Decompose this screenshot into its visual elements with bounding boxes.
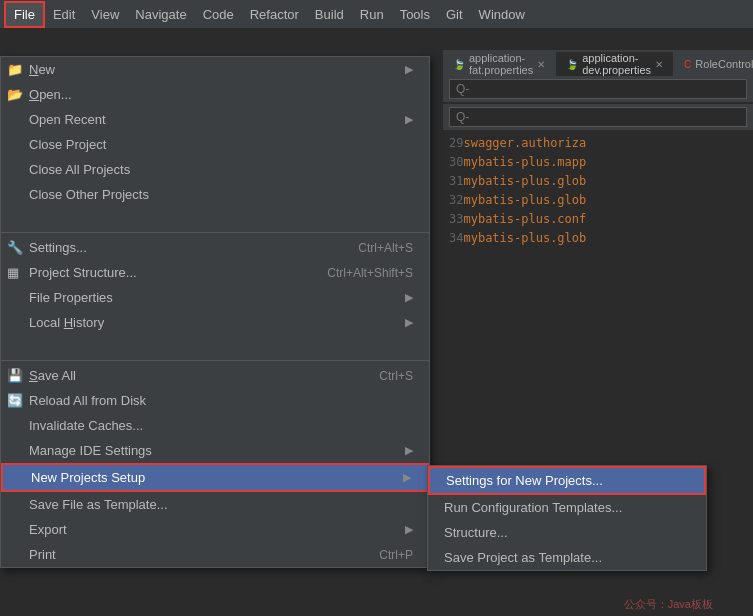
submenu-item-save-project-template[interactable]: Save Project as Template... [428,545,706,570]
menu-edit[interactable]: Edit [45,3,83,26]
tab-application-dev[interactable]: 🍃 application-dev.properties ✕ [556,52,673,76]
wrench-icon: 🔧 [7,240,23,255]
submenu-save-project-label: Save Project as Template... [444,550,602,565]
menu-item-local-history-label: Local History [29,315,104,330]
menu-item-project-structure[interactable]: ▦ Project Structure... Ctrl+Alt+Shift+S [1,260,429,285]
menu-refactor[interactable]: Refactor [242,3,307,26]
search-input-1[interactable] [449,79,747,99]
menu-item-invalidate-label: Invalidate Caches... [29,418,143,433]
grid-icon: ▦ [7,265,19,280]
menu-item-invalidate[interactable]: Invalidate Caches... [1,413,429,438]
menu-item-print-label: Print [29,547,56,562]
menu-item-export[interactable]: Export ▶ [1,517,429,542]
menu-file[interactable]: File [4,1,45,28]
tab-application-fat[interactable]: 🍃 application-fat.properties ✕ [443,52,555,76]
menu-item-new-projects-setup-label: New Projects Setup [31,470,145,485]
menu-item-print[interactable]: Print Ctrl+P [1,542,429,567]
menu-run[interactable]: Run [352,3,392,26]
menu-item-save-template-label: Save File as Template... [29,497,168,512]
right-code-content: swagger.authoriza mybatis-plus.mapp myba… [463,134,586,248]
menu-item-close-all-label: Close All Projects [29,162,130,177]
menu-item-settings[interactable]: 🔧 Settings... Ctrl+Alt+S [1,235,429,260]
right-line-numbers: 293031323334 [445,134,463,248]
folder-open-icon: 📂 [7,87,23,102]
menu-item-open-recent[interactable]: Open Recent ▶ [1,107,429,132]
menu-item-new-projects-setup[interactable]: New Projects Setup ▶ Settings for New Pr… [1,463,429,492]
tab-role-label: RoleControllerActivator.java [695,58,753,70]
menu-tools[interactable]: Tools [392,3,438,26]
separator-1 [1,209,429,233]
submenu-structure-label: Structure... [444,525,508,540]
submenu-settings-label: Settings for New Projects... [446,473,603,488]
menu-item-save-all-label: Save All [29,368,76,383]
submenu-run-config-label: Run Configuration Templates... [444,500,622,515]
menu-item-save-template[interactable]: Save File as Template... [1,492,429,517]
menu-item-file-properties-label: File Properties [29,290,113,305]
menu-item-close-project[interactable]: Close Project [1,132,429,157]
menu-item-export-label: Export [29,522,67,537]
menu-item-close-project-label: Close Project [29,137,106,152]
spring-icon-dev: 🍃 [566,59,578,70]
submenu-item-structure[interactable]: Structure... [428,520,706,545]
search-bar-1 [443,76,753,102]
menu-item-open[interactable]: 📂 Open... [1,82,429,107]
menu-item-settings-label: Settings... [29,240,87,255]
menu-code[interactable]: Code [195,3,242,26]
menu-item-new-label: New [29,62,55,77]
menu-item-manage-ide-label: Manage IDE Settings [29,443,152,458]
menu-item-close-other[interactable]: Close Other Projects [1,182,429,207]
menu-item-close-all[interactable]: Close All Projects [1,157,429,182]
menu-item-close-other-label: Close Other Projects [29,187,149,202]
file-dropdown-menu: 📁 New ▶ 📂 Open... Open Recent ▶ Close Pr… [0,56,430,568]
close-dev-tab-icon[interactable]: ✕ [655,59,663,70]
main-content: 293031323334 swagger.authoriza mybatis-p… [0,28,753,588]
submenu-item-run-config[interactable]: Run Configuration Templates... [428,495,706,520]
folder-icon: 📁 [7,62,23,77]
menu-item-manage-ide[interactable]: Manage IDE Settings ▶ [1,438,429,463]
tab-fat-label: application-fat.properties [469,52,533,76]
menubar: File Edit View Navigate Code Refactor Bu… [0,0,753,28]
tab-role-controller[interactable]: C RoleControllerActivator.java ✕ [674,52,753,76]
menu-navigate[interactable]: Navigate [127,3,194,26]
menu-item-save-all[interactable]: 💾 Save All Ctrl+S [1,363,429,388]
tab-dev-label: application-dev.properties [582,52,651,76]
watermark: 公众号：Java板板 [624,597,713,612]
reload-icon: 🔄 [7,393,23,408]
menu-item-reload-label: Reload All from Disk [29,393,146,408]
menu-item-reload[interactable]: 🔄 Reload All from Disk [1,388,429,413]
menu-item-file-properties[interactable]: File Properties ▶ [1,285,429,310]
save-icon: 💾 [7,368,23,383]
close-fat-tab-icon[interactable]: ✕ [537,59,545,70]
menu-item-project-structure-label: Project Structure... [29,265,137,280]
menu-item-open-label: Open... [29,87,72,102]
search-bar-2 [443,104,753,130]
menu-git[interactable]: Git [438,3,471,26]
separator-2 [1,337,429,361]
java-circle-icon: C [684,59,691,70]
submenu-item-settings-new-projects[interactable]: Settings for New Projects... [428,466,706,495]
spring-icon-fat: 🍃 [453,59,465,70]
menu-item-local-history[interactable]: Local History ▶ [1,310,429,335]
submenu-new-projects: Settings for New Projects... Run Configu… [427,465,707,571]
menu-build[interactable]: Build [307,3,352,26]
menu-item-new[interactable]: 📁 New ▶ [1,57,429,82]
menu-view[interactable]: View [83,3,127,26]
menu-item-open-recent-label: Open Recent [29,112,106,127]
menu-window[interactable]: Window [471,3,533,26]
search-input-2[interactable] [449,107,747,127]
